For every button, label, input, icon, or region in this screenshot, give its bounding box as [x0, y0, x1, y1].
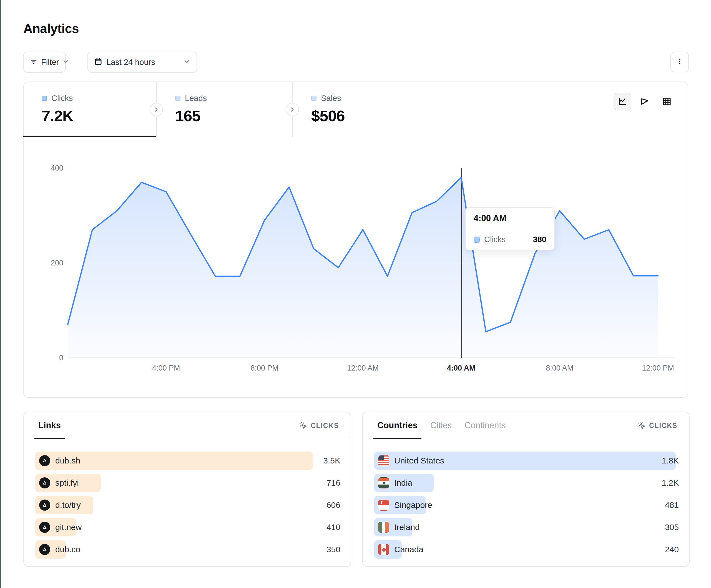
ie-flag-icon: [378, 522, 389, 533]
link-row-dub.sh[interactable]: dub.sh 3.5K: [35, 452, 340, 470]
country-row-india[interactable]: India 1.2K: [374, 474, 679, 492]
links-clicks-metric-button[interactable]: CLICKS: [299, 421, 339, 430]
list-item-label: dub.sh: [55, 456, 80, 466]
cursor-click-icon: [638, 421, 646, 430]
list-item-label: Ireland: [394, 523, 420, 532]
list-item-label: India: [394, 478, 412, 488]
country-row-canada[interactable]: Canada 240: [374, 540, 679, 559]
dub-logo-icon: [39, 477, 50, 489]
tab-continents[interactable]: Continents: [465, 412, 505, 439]
tab-cities[interactable]: Cities: [430, 412, 452, 439]
list-item-value: 481: [665, 496, 679, 514]
list-item-label: Singapore: [394, 500, 432, 510]
clicks-swatch-icon: [474, 236, 480, 243]
x-tick-label: 8:00 PM: [251, 364, 278, 372]
chevron-right-icon: [289, 106, 296, 113]
x-tick-label: 12:00 PM: [642, 364, 674, 372]
sg-flag-icon: [378, 499, 389, 511]
clicks-column-label: CLICKS: [649, 422, 677, 430]
cursor-click-icon: [299, 421, 307, 430]
dub-logo-icon: [39, 522, 50, 533]
list-item-value: 1.8K: [662, 452, 679, 470]
list-item-value: 240: [665, 540, 679, 559]
tab-countries[interactable]: Countries: [377, 412, 417, 439]
links-panel: Links CLICKS dub.sh 3.5K spti.fyi 716 d.…: [23, 412, 351, 567]
x-tick-label: 8:00 AM: [546, 364, 573, 372]
dub-logo-icon: [39, 499, 50, 511]
list-item-label: d.to/try: [55, 500, 81, 510]
list-item-value: 350: [326, 540, 340, 559]
analytics-page: Analytics Filter Last 24 hours Clicks: [0, 0, 711, 588]
chart-tooltip: 4:00 AM Clicks 380: [465, 207, 555, 250]
tab-links[interactable]: Links: [38, 412, 61, 439]
link-row-d.to/try[interactable]: d.to/try 606: [35, 496, 340, 514]
expand-clicks-button[interactable]: [150, 103, 163, 116]
list-item-value: 305: [665, 518, 679, 537]
link-row-git.new[interactable]: git.new 410: [35, 518, 340, 537]
link-row-spti.fyi[interactable]: spti.fyi 716: [35, 474, 340, 492]
expand-leads-button[interactable]: [286, 103, 299, 116]
country-row-singapore[interactable]: Singapore 481: [374, 496, 679, 514]
y-tick-label: 0: [38, 354, 63, 362]
dub-logo-icon: [39, 455, 50, 466]
list-item-value: 606: [326, 496, 340, 514]
x-tick-label: 12:00 AM: [347, 364, 379, 372]
clicks-column-label: CLICKS: [311, 422, 339, 430]
tooltip-time: 4:00 AM: [466, 208, 554, 229]
list-item-label: Canada: [394, 545, 423, 554]
countries-clicks-metric-button[interactable]: CLICKS: [638, 421, 677, 430]
link-row-dub.co[interactable]: dub.co 350: [35, 540, 340, 559]
x-tick-label: 4:00 PM: [152, 364, 180, 372]
list-item-label: dub.co: [55, 545, 80, 554]
dub-logo-icon: [39, 544, 50, 555]
list-item-value: 3.5K: [323, 452, 340, 470]
country-row-united-states[interactable]: United States 1.8K: [374, 452, 679, 470]
list-item-label: spti.fyi: [55, 478, 79, 488]
tooltip-value: 380: [533, 235, 546, 244]
tooltip-series-label: Clicks: [484, 235, 505, 244]
list-item-label: git.new: [55, 523, 82, 532]
in-flag-icon: [378, 477, 389, 489]
y-tick-label: 200: [38, 259, 63, 267]
us-flag-icon: [378, 455, 389, 466]
chevron-right-icon: [153, 106, 159, 113]
y-tick-label: 400: [38, 164, 63, 173]
x-tick-label: 4:00 AM: [447, 364, 476, 372]
countries-panel: Countries Cities Continents CLICKS Unite…: [362, 412, 690, 567]
country-row-ireland[interactable]: Ireland 305: [374, 518, 679, 537]
list-item-value: 1.2K: [662, 474, 679, 492]
list-item-label: United States: [394, 456, 444, 466]
ca-flag-icon: [378, 544, 389, 555]
list-item-value: 410: [326, 518, 340, 537]
list-item-value: 716: [326, 474, 340, 492]
